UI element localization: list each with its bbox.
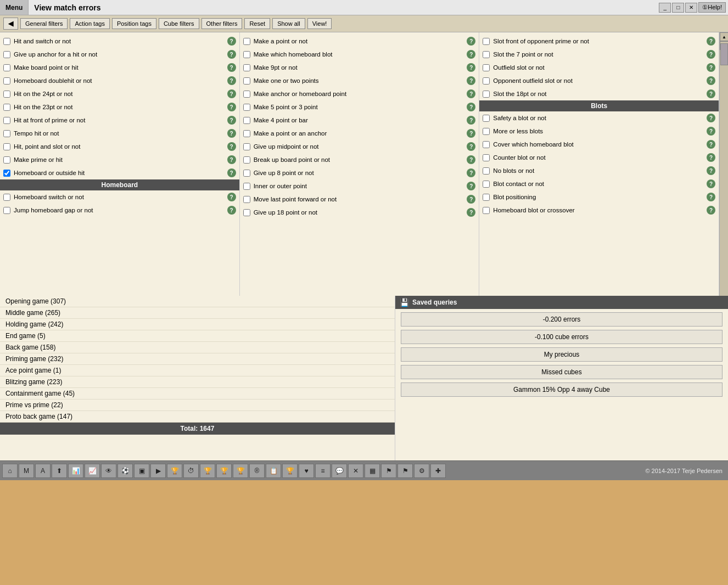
- filter-checkbox[interactable]: [483, 167, 490, 175]
- filter-checkbox[interactable]: [483, 38, 490, 45]
- filter-checkbox[interactable]: [243, 51, 250, 58]
- x-icon[interactable]: ✕: [348, 464, 363, 478]
- filter-help-icon[interactable]: ?: [467, 208, 475, 217]
- m-icon[interactable]: M: [19, 464, 34, 478]
- saved-query-button[interactable]: -0.100 cube errors: [401, 330, 723, 344]
- filter-help-icon[interactable]: ?: [227, 63, 236, 72]
- filter-checkbox[interactable]: [243, 156, 250, 164]
- filter-checkbox[interactable]: [483, 141, 490, 148]
- trophy1-icon[interactable]: 🏆: [167, 464, 182, 478]
- maximize-button[interactable]: □: [672, 3, 684, 13]
- filter-help-icon[interactable]: ?: [707, 140, 715, 149]
- clipboard-icon[interactable]: 📋: [266, 464, 281, 478]
- home-icon[interactable]: ⌂: [2, 464, 18, 478]
- filter-help-icon[interactable]: ?: [467, 37, 475, 46]
- filter-help-icon[interactable]: ?: [227, 76, 236, 85]
- flag1-icon[interactable]: ⚑: [381, 464, 396, 478]
- filter-help-icon[interactable]: ?: [467, 168, 475, 177]
- filter-help-icon[interactable]: ?: [707, 179, 715, 188]
- filter-checkbox[interactable]: [3, 38, 10, 45]
- flag2-icon[interactable]: ⚑: [397, 464, 413, 478]
- filter-help-icon[interactable]: ?: [227, 168, 236, 177]
- soccer-icon[interactable]: ⚽: [117, 464, 133, 478]
- add-icon[interactable]: ✚: [430, 464, 446, 478]
- filter-checkbox[interactable]: [243, 209, 250, 216]
- scroll-thumb[interactable]: [720, 43, 728, 65]
- filter-checkbox[interactable]: [483, 115, 490, 122]
- game-list-item[interactable]: Middle game (265): [0, 307, 395, 319]
- reset-button[interactable]: Reset: [244, 18, 270, 29]
- chat-icon[interactable]: 💬: [332, 464, 347, 478]
- grid-icon[interactable]: ▣: [134, 464, 149, 478]
- filter-checkbox[interactable]: [483, 181, 490, 188]
- filter-checkbox[interactable]: [243, 170, 250, 177]
- filter-help-icon[interactable]: ?: [467, 129, 475, 138]
- filter-checkbox[interactable]: [3, 130, 10, 137]
- chart-bar-icon[interactable]: 📊: [68, 464, 83, 478]
- filter-checkbox[interactable]: [483, 207, 490, 214]
- filter-checkbox[interactable]: [3, 51, 10, 58]
- filter-help-icon[interactable]: ?: [227, 142, 236, 151]
- filter-help-icon[interactable]: ?: [227, 89, 236, 98]
- filter-help-icon[interactable]: ?: [227, 155, 236, 164]
- filter-checkbox[interactable]: [483, 154, 490, 161]
- filter-help-icon[interactable]: ?: [227, 50, 236, 59]
- filter-checkbox[interactable]: [3, 91, 10, 98]
- layers-icon[interactable]: ≡: [315, 464, 331, 478]
- saved-query-button[interactable]: -0.200 errors: [401, 312, 723, 327]
- filter-help-icon[interactable]: ?: [227, 116, 236, 125]
- clock-icon[interactable]: ⏱: [183, 464, 199, 478]
- filter-help-icon[interactable]: ?: [707, 153, 715, 162]
- filter-checkbox[interactable]: [243, 196, 250, 203]
- back-button[interactable]: ◀: [3, 18, 18, 30]
- filter-checkbox[interactable]: [243, 77, 250, 85]
- saved-query-button[interactable]: Missed cubes: [401, 365, 723, 379]
- filter-checkbox[interactable]: [243, 64, 250, 71]
- game-list-item[interactable]: Holding game (242): [0, 319, 395, 330]
- a-icon[interactable]: A: [35, 464, 51, 478]
- filter-help-icon[interactable]: ?: [227, 103, 236, 111]
- game-list-item[interactable]: Prime vs prime (22): [0, 400, 395, 411]
- general-filters-button[interactable]: General filters: [20, 18, 68, 29]
- filter-help-icon[interactable]: ?: [467, 89, 475, 98]
- filter-checkbox[interactable]: [3, 170, 10, 177]
- game-list-item[interactable]: Ace point game (1): [0, 365, 395, 376]
- filter-checkbox[interactable]: [243, 130, 250, 137]
- saved-query-button[interactable]: My precious: [401, 347, 723, 362]
- trophy3-icon[interactable]: 🏆: [216, 464, 232, 478]
- registered-icon[interactable]: ®: [249, 464, 265, 478]
- filter-help-icon[interactable]: ?: [707, 193, 715, 201]
- scrollbar[interactable]: ▲ ▼: [719, 32, 728, 296]
- action-tags-button[interactable]: Action tags: [70, 18, 109, 29]
- filter-help-icon[interactable]: ?: [707, 76, 715, 85]
- filter-checkbox[interactable]: [3, 104, 10, 111]
- heart-icon[interactable]: ♥: [299, 464, 314, 478]
- filter-checkbox[interactable]: [3, 143, 10, 150]
- scroll-up-button[interactable]: ▲: [720, 32, 728, 41]
- cube-filters-button[interactable]: Cube filters: [159, 18, 199, 29]
- filter-help-icon[interactable]: ?: [467, 76, 475, 85]
- trophy5-icon[interactable]: 🏆: [282, 464, 298, 478]
- filter-checkbox[interactable]: [3, 64, 10, 71]
- filter-checkbox[interactable]: [483, 194, 490, 201]
- filter-help-icon[interactable]: ?: [707, 89, 715, 98]
- filter-help-icon[interactable]: ?: [227, 206, 236, 215]
- filter-checkbox[interactable]: [483, 91, 490, 98]
- film-icon[interactable]: ▦: [365, 464, 380, 478]
- filter-checkbox[interactable]: [483, 128, 490, 135]
- filter-help-icon[interactable]: ?: [707, 37, 715, 46]
- chart-line-icon[interactable]: 📈: [85, 464, 100, 478]
- game-list-item[interactable]: Opening game (307): [0, 296, 395, 307]
- filter-help-icon[interactable]: ?: [467, 155, 475, 164]
- filter-help-icon[interactable]: ?: [467, 182, 475, 190]
- view-button[interactable]: View!: [307, 18, 332, 29]
- filter-help-icon[interactable]: ?: [467, 116, 475, 125]
- filter-help-icon[interactable]: ?: [707, 50, 715, 59]
- filter-checkbox[interactable]: [3, 207, 10, 214]
- game-list-item[interactable]: End game (5): [0, 330, 395, 342]
- game-list-item[interactable]: Proto back game (147): [0, 411, 395, 423]
- filter-checkbox[interactable]: [243, 104, 250, 111]
- upload-icon[interactable]: ⬆: [52, 464, 67, 478]
- filter-help-icon[interactable]: ?: [707, 166, 715, 175]
- filter-help-icon[interactable]: ?: [467, 195, 475, 204]
